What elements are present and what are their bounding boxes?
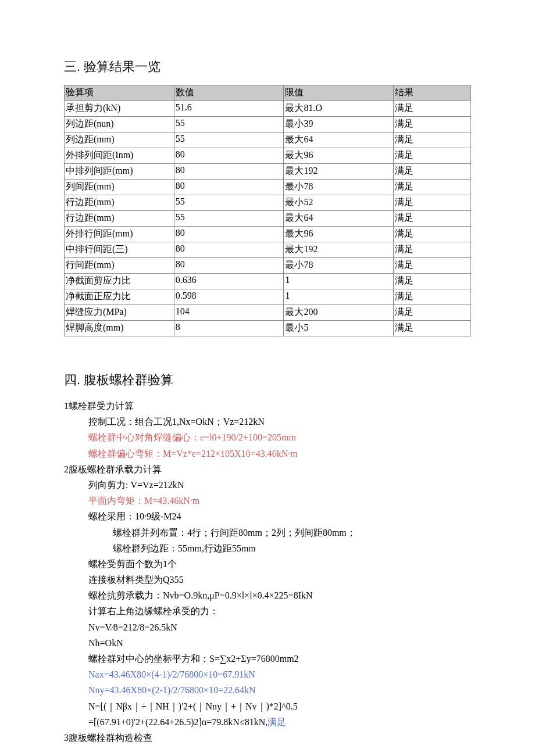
table-row: 列边距(mm)55最大64满足 [65,132,471,148]
calc-text: 控制工况：组合工况1,Nx=OkN；Vz=212kN [88,417,265,427]
table-cell: 0.598 [174,289,284,305]
table-cell: 80 [174,148,284,164]
table-cell: 55 [174,132,284,148]
table-cell: 净截面正应力比 [65,289,174,305]
calc-text: 1螺栓群受力计算 [64,401,134,411]
calc-line: 平面内弯矩：M=43.46kN·m [88,493,471,508]
calc-text: 螺栓群并列布置：4行；行间距80mm；2列；列间距80mm； [113,528,356,538]
table-cell: 满足 [394,132,471,148]
table-row: 中排行间距(三)80最大192满足 [65,242,471,258]
table-cell: 焊缝应力(MPa) [65,305,174,321]
table-cell: 焊脚高度(mm) [65,321,174,336]
section4-title: 四. 腹板螺栓群验算 [64,371,471,389]
results-table: 验算项 数值 限值 结果 承担剪力(kN)51.6最大81.O满足列边距(nun… [64,85,471,336]
calc-text: Nv=V⁄8=212/8=26.5kN [88,622,177,632]
table-row: 行间距(mm)80最小78满足 [65,258,471,274]
table-cell: 0.636 [174,274,284,289]
calc-line: Nh=OkN [88,635,471,651]
table-cell: 最大64 [284,211,394,227]
table-row: 外排行间距(mm)80最大96满足 [65,227,471,242]
calc-line: 2腹板螺栓群承载力计算 [64,461,471,477]
table-cell: 满足 [394,101,471,117]
table-cell: 最大192 [284,242,394,258]
table-cell: 行边距(mm) [65,211,174,227]
table-cell: 80 [174,227,284,242]
table-cell: 满足 [394,195,471,211]
calc-text: 3腹板螺栓群构造检查 [64,733,152,743]
calc-line: 1螺栓群受力计算 [64,398,471,414]
calc-line: 螺栓抗剪承载力：Nvb=O.9kn,μP=0.9×l×l×0.4×225=8Ik… [88,587,471,603]
table-cell: 满足 [394,211,471,227]
table-cell: 1 [284,274,394,289]
table-cell: 最大200 [284,305,394,321]
calc-text: N=[(｜Nβx｜÷｜NH｜)'2+(｜Nny｜+｜Nv｜)*2]^0.5 [88,701,298,711]
table-row: 净截面剪应力比0.6361满足 [65,274,471,289]
calc-line: 计算右上角边缘螺栓承受的力： [88,603,471,619]
table-cell: 最小39 [284,117,394,132]
th-limit: 限值 [284,85,394,101]
calc-text: =[(67.91+0)'2+(22.64+26.5)2]α=79.8kN≤81k… [88,717,268,727]
table-row: 外排列间距(Inm)80最大96满足 [65,148,471,164]
table-cell: 行边距(mm) [65,195,174,211]
calc-text: 列向剪力: V=Vz=212kN [88,480,184,490]
calc-text: 螺栓抗剪承载力：Nvb=O.9kn,μP=0.9×l×l×0.4×225=8Ik… [88,590,313,600]
table-cell: 最大96 [284,227,394,242]
calc-text: 螺栓群对中心的坐标平方和：S=∑x2+Σy=76800mm2 [88,654,299,664]
table-cell: 满足 [394,148,471,164]
table-cell: 最大64 [284,132,394,148]
calc-line: 螺栓群并列布置：4行；行间距80mm；2列；列间距80mm； [113,525,471,540]
calc-line: 控制工况：组合工况1,Nx=OkN；Vz=212kN [88,414,471,429]
table-row: 承担剪力(kN)51.6最大81.O满足 [65,101,471,117]
table-cell: 满足 [394,321,471,336]
calc-line: Nny=43.46X80×(2-1)/2/76800×10=22.64kN [88,682,471,698]
calc-line: 螺栓群对中心的坐标平方和：S=∑x2+Σy=76800mm2 [88,651,471,667]
table-cell: 满足 [394,289,471,305]
table-row: 中排列间距(mm)80最大192满足 [65,164,471,180]
table-cell: 满足 [394,274,471,289]
calc-text: 螺栓群列边距：55mm,行边距55mm [113,543,256,553]
section4-body: 1螺栓群受力计算控制工况：组合工况1,Nx=OkN；Vz=212kN螺栓群中心对… [64,398,471,746]
table-cell: 80 [174,242,284,258]
table-cell: 51.6 [174,101,284,117]
calc-tail: 满足 [268,717,286,727]
table-cell: 55 [174,195,284,211]
calc-line: 列向剪力: V=Vz=212kN [88,477,471,493]
calc-text: Nh=OkN [88,638,123,648]
table-cell: 满足 [394,180,471,195]
calc-line: 螺栓群偏心弯矩：M=Vz*e=212×105X10=43.46kN·m [88,446,471,461]
calc-text: 计算右上角边缘螺栓承受的力： [88,606,219,616]
table-cell: 55 [174,117,284,132]
table-cell: 承担剪力(kN) [65,101,174,117]
calc-text: Nny=43.46X80×(2-1)/2/76800×10=22.64kN [88,685,256,695]
calc-line: 3腹板螺栓群构造检查 [64,730,471,746]
table-cell: 满足 [394,242,471,258]
table-row: 列边距(nun)55最小39满足 [65,117,471,132]
table-row: 净截面正应力比0.5981满足 [65,289,471,305]
calc-text: 螺栓群偏心弯矩：M=Vz*e=212×105X10=43.46kN·m [88,449,298,458]
table-cell: 净截面剪应力比 [65,274,174,289]
calc-text: 螺栓受剪面个数为1个 [88,559,177,569]
th-result: 结果 [394,85,471,101]
calc-text: Nax=43.46X80×(4-1)/2/76800×10=67.91kN [88,669,255,679]
table-cell: 55 [174,211,284,227]
table-cell: 80 [174,180,284,195]
table-row: 焊脚高度(mm)8最小5满足 [65,321,471,336]
calc-line: N=[(｜Nβx｜÷｜NH｜)'2+(｜Nny｜+｜Nv｜)*2]^0.5 [88,698,471,714]
table-cell: 最大96 [284,148,394,164]
table-cell: 满足 [394,164,471,180]
table-cell: 1 [284,289,394,305]
table-cell: 满足 [394,305,471,321]
table-cell: 列边距(nun) [65,117,174,132]
calc-line: 连接板材料类型为Q355 [88,572,471,587]
calc-text: 2腹板螺栓群承载力计算 [64,464,162,474]
table-cell: 最小78 [284,180,394,195]
table-cell: 外排列间距(Inm) [65,148,174,164]
table-cell: 最大81.O [284,101,394,117]
calc-line: 螺栓采用：10·9级-M24 [88,508,471,524]
table-row: 行边距(mm)55最小52满足 [65,195,471,211]
table-cell: 最大192 [284,164,394,180]
table-cell: 满足 [394,117,471,132]
table-row: 行边距(mm)55最大64满足 [65,211,471,227]
table-cell: 中排行间距(三) [65,242,174,258]
table-cell: 最小52 [284,195,394,211]
